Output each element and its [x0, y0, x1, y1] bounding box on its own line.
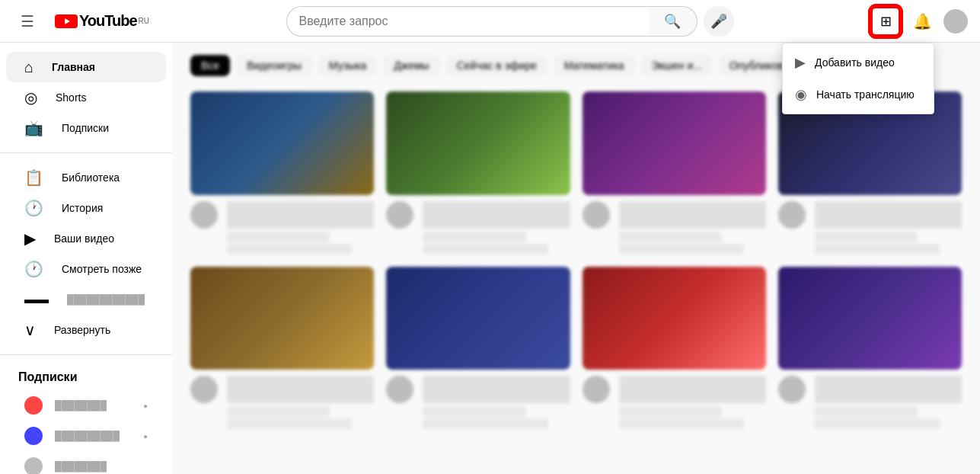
subscription-avatar-3 — [24, 457, 43, 474]
sidebar-item-your-videos[interactable]: ▶ Ваши видео — [6, 223, 166, 254]
sidebar-watch-later-label: Смотреть позже — [62, 263, 142, 275]
sidebar-history-label: История — [62, 202, 103, 214]
filter-tab-games[interactable]: Видеоигры — [236, 55, 312, 76]
header-left: ☰ YouTube RU — [12, 6, 149, 37]
video-card-2[interactable] — [386, 91, 570, 255]
search-bar: 🔍 — [286, 6, 697, 37]
filter-tab-live[interactable]: Сейчас в эфире — [446, 55, 547, 76]
shorts-icon: ◎ — [24, 88, 37, 107]
video-thumbnail-1 — [190, 91, 374, 195]
video-thumbnail-3 — [583, 91, 766, 195]
filter-tab-all[interactable]: Все — [190, 55, 230, 76]
video-card-6[interactable] — [386, 267, 570, 430]
video-channel-2 — [423, 232, 525, 242]
search-button[interactable]: 🔍 — [649, 6, 697, 37]
filter-tab-action[interactable]: Экшен и... — [641, 55, 713, 76]
search-input[interactable] — [286, 6, 649, 37]
sidebar-subscriptions-label: Подписки — [62, 122, 109, 134]
filter-tab-math[interactable]: Математика — [554, 55, 635, 76]
video-card-7[interactable] — [583, 267, 766, 430]
video-stats-6 — [423, 418, 547, 429]
video-card-3[interactable] — [583, 91, 766, 255]
video-title-8 — [815, 376, 962, 403]
watch-later-icon: 🕐 — [24, 260, 43, 278]
subscription-name-1: ████████ — [55, 400, 107, 411]
create-button[interactable]: ⊞ — [870, 6, 901, 37]
video-channel-7 — [619, 406, 722, 417]
sidebar-item-expand[interactable]: ∨ Развернуть — [6, 315, 166, 345]
subscription-avatar-2 — [24, 427, 43, 445]
video-stats-8 — [815, 418, 940, 429]
subscriptions-icon: 📺 — [24, 119, 43, 137]
add-video-item[interactable]: ▶ Добавить видео — [783, 46, 934, 78]
video-meta-2 — [423, 201, 570, 255]
video-stats-5 — [227, 418, 352, 429]
video-info-1 — [190, 201, 374, 255]
video-thumbnail-6 — [386, 267, 570, 370]
video-stats-4 — [815, 244, 940, 255]
video-channel-3 — [619, 232, 722, 242]
sidebar-home-label: Главная — [52, 61, 95, 73]
sidebar-liked-label: ████████████ — [67, 294, 145, 305]
subscription-item-2[interactable]: ██████████ ● — [6, 421, 166, 451]
video-meta-5 — [227, 376, 374, 429]
liked-icon: ▬▬ — [24, 293, 49, 306]
video-channel-8 — [815, 406, 918, 417]
video-title-5 — [227, 376, 374, 403]
subscription-item-3[interactable]: ████████ — [6, 451, 166, 474]
start-stream-label: Начать трансляцию — [816, 88, 915, 101]
create-btn-inner: ⊞ — [873, 8, 899, 34]
sidebar-item-liked[interactable]: ▬▬ ████████████ — [6, 284, 166, 315]
create-video-icon: ⊞ — [880, 13, 892, 30]
sidebar-shorts-label: Shorts — [56, 91, 86, 104]
sidebar-item-history[interactable]: 🕐 История — [6, 193, 166, 223]
video-card-1[interactable] — [190, 91, 374, 255]
subscription-badge-2: ● — [143, 432, 148, 440]
sidebar-item-shorts[interactable]: ◎ Shorts — [6, 82, 166, 113]
logo-text: YouTube — [79, 12, 137, 30]
video-stats-1 — [227, 244, 352, 255]
avatar[interactable] — [943, 9, 968, 34]
sidebar-item-home[interactable]: ⌂ Главная — [6, 52, 166, 82]
hamburger-button[interactable]: ☰ — [12, 6, 43, 37]
header-right: ⊞ 🔔 — [870, 6, 968, 37]
sidebar-item-watch-later[interactable]: 🕐 Смотреть позже — [6, 254, 166, 284]
video-stats-2 — [423, 244, 547, 255]
sidebar-expand-label: Развернуть — [54, 324, 110, 336]
mic-button[interactable]: 🎤 — [704, 6, 734, 37]
mic-icon: 🎤 — [710, 13, 727, 30]
video-stats-3 — [619, 244, 744, 255]
video-info-3 — [583, 201, 766, 255]
sidebar-item-subscriptions[interactable]: 📺 Подписки — [6, 113, 166, 143]
video-channel-4 — [815, 232, 918, 242]
logo[interactable]: YouTube RU — [55, 12, 149, 30]
filter-tab-music[interactable]: Музыка — [318, 55, 378, 76]
sidebar-item-library[interactable]: 📋 Библиотека — [6, 162, 166, 193]
channel-avatar-3 — [583, 201, 610, 229]
subscription-name-2: ██████████ — [55, 431, 120, 441]
video-stats-7 — [619, 418, 744, 429]
logo-youtube-icon — [55, 14, 78, 28]
video-channel-6 — [423, 406, 525, 417]
history-icon: 🕐 — [24, 199, 43, 217]
notifications-button[interactable]: 🔔 — [907, 6, 937, 37]
filter-tab-gems[interactable]: Джемы — [383, 55, 439, 76]
sidebar-library-label: Библиотека — [62, 171, 120, 184]
video-title-6 — [423, 376, 570, 403]
video-title-1 — [227, 201, 374, 229]
video-card-5[interactable] — [190, 267, 374, 430]
video-thumbnail-7 — [583, 267, 766, 370]
video-thumbnail-2 — [386, 91, 570, 195]
video-title-4 — [815, 201, 962, 229]
sidebar-divider-1 — [0, 152, 172, 153]
sidebar: ⌂ Главная ◎ Shorts 📺 Подписки 📋 Библиоте… — [0, 43, 172, 474]
video-card-8[interactable] — [778, 267, 962, 430]
video-info-5 — [190, 376, 374, 429]
video-card-4[interactable] — [778, 91, 962, 255]
video-title-2 — [423, 201, 570, 229]
subscription-avatar-1 — [24, 396, 43, 415]
sidebar-divider-2 — [0, 354, 172, 355]
start-stream-item[interactable]: ◉ Начать трансляцию — [783, 78, 934, 110]
channel-avatar-4 — [778, 201, 806, 229]
subscription-item-1[interactable]: ████████ ● — [6, 390, 166, 421]
